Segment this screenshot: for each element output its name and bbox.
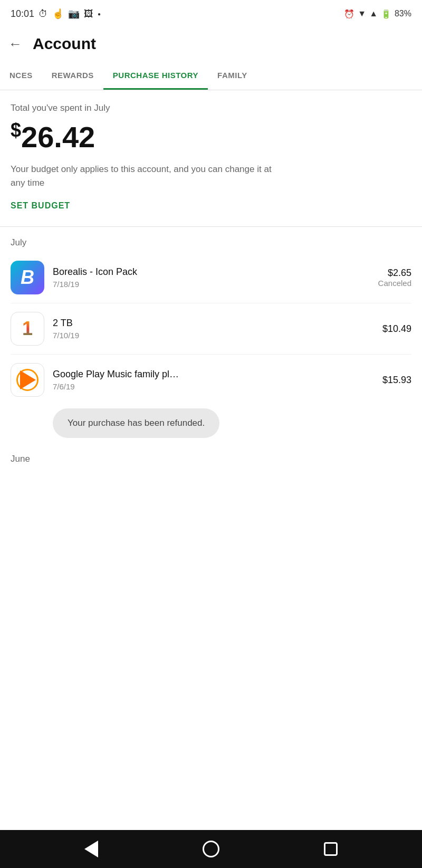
nav-home-button[interactable] <box>202 840 220 859</box>
battery-percent: 83% <box>395 9 411 18</box>
purchase-item-two-tb[interactable]: 1 2 TB 7/10/19 $10.49 <box>11 303 411 354</box>
purchase-item-borealis[interactable]: B Borealis - Icon Pack 7/18/19 $2.65 Can… <box>11 252 411 303</box>
time-display: 10:01 <box>11 8 34 20</box>
app-icon-gpm <box>11 363 44 397</box>
purchase-price-col-borealis: $2.65 Canceled <box>364 268 411 288</box>
dot-icon: ● <box>98 11 101 17</box>
tab-bar: NCES REWARDS PURCHASE HISTORY FAMILY <box>0 62 422 90</box>
purchase-price-col-two-tb: $10.49 <box>364 323 411 335</box>
timer-icon: ⏱ <box>39 8 48 20</box>
instagram-icon: 📷 <box>68 8 80 20</box>
purchase-price-gpm: $15.93 <box>364 375 411 386</box>
purchase-info-borealis: Borealis - Icon Pack 7/18/19 <box>53 266 364 289</box>
image-icon: 🖼 <box>84 8 93 20</box>
alarm-icon: ⏰ <box>344 9 354 19</box>
purchase-name-gpm: Google Play Music family pl… <box>53 369 364 380</box>
spending-summary: Total you've spent in July $26.42 Your b… <box>11 103 411 226</box>
signal-icon: ▲ <box>369 9 378 18</box>
nav-home-icon <box>203 841 219 857</box>
purchase-price-col-gpm: $15.93 <box>364 375 411 386</box>
purchase-status-borealis: Canceled <box>364 279 411 288</box>
section-june: June <box>11 443 411 469</box>
nav-back-icon <box>84 841 98 857</box>
app-icon-two-tb: 1 <box>11 312 44 346</box>
section-july: July B Borealis - Icon Pack 7/18/19 $2.6… <box>11 227 411 443</box>
borealis-b-letter: B <box>21 266 34 289</box>
amount-value: 26.42 <box>21 120 95 154</box>
battery-icon: 🔋 <box>381 9 391 19</box>
refund-tooltip: Your purchase has been refunded. <box>53 408 219 438</box>
back-button[interactable]: ← <box>8 36 22 52</box>
page-title: Account <box>33 35 96 53</box>
purchase-price-borealis: $2.65 <box>364 268 411 279</box>
purchase-item-gpm[interactable]: Google Play Music family pl… 7/6/19 $15.… <box>11 355 411 405</box>
nav-recents-icon <box>324 842 338 856</box>
tab-family[interactable]: FAMILY <box>208 62 257 90</box>
purchase-info-gpm: Google Play Music family pl… 7/6/19 <box>53 369 364 391</box>
bottom-nav-bar <box>0 830 422 868</box>
purchase-date-borealis: 7/18/19 <box>53 280 364 289</box>
page-header: ← Account <box>0 25 422 62</box>
budget-note: Your budget only applies to this account… <box>11 163 274 189</box>
touch-icon: ☝ <box>52 8 64 20</box>
wifi-icon: ▼ <box>358 9 366 18</box>
purchase-date-gpm: 7/6/19 <box>53 382 364 391</box>
total-amount: $26.42 <box>11 120 411 153</box>
status-bar: 10:01 ⏱ ☝ 📷 🖼 ● ⏰ ▼ ▲ 🔋 83% <box>0 0 422 25</box>
main-content: Total you've spent in July $26.42 Your b… <box>0 90 422 830</box>
purchase-price-two-tb: $10.49 <box>364 323 411 335</box>
app-icon-borealis: B <box>11 261 44 294</box>
tab-nces[interactable]: NCES <box>0 62 42 90</box>
spent-label: Total you've spent in July <box>11 103 411 113</box>
nav-recents-button[interactable] <box>321 840 340 859</box>
play-triangle <box>20 370 36 389</box>
google-one-label: 1 <box>22 318 33 340</box>
tab-rewards[interactable]: REWARDS <box>42 62 103 90</box>
status-indicators: ⏰ ▼ ▲ 🔋 83% <box>344 9 411 19</box>
purchase-name-borealis: Borealis - Icon Pack <box>53 266 364 278</box>
set-budget-button[interactable]: SET BUDGET <box>11 201 70 211</box>
purchase-info-two-tb: 2 TB 7/10/19 <box>53 318 364 340</box>
purchase-name-two-tb: 2 TB <box>53 318 364 329</box>
purchase-date-two-tb: 7/10/19 <box>53 331 364 340</box>
status-time: 10:01 ⏱ ☝ 📷 🖼 ● <box>11 8 101 20</box>
section-month-july: July <box>11 227 411 252</box>
section-month-june: June <box>11 443 411 469</box>
tab-purchase-history[interactable]: PURCHASE HISTORY <box>103 62 208 90</box>
nav-back-button[interactable] <box>82 840 101 859</box>
dollar-sign: $ <box>11 119 21 141</box>
play-music-icon <box>14 367 41 393</box>
